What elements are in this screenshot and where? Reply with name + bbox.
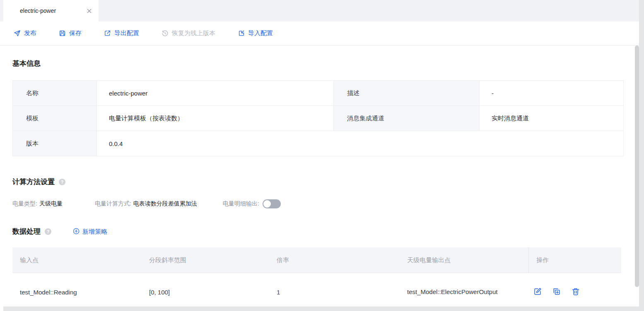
name-value: electric-power	[97, 81, 334, 106]
template-value: 电量计算模板（按表读数）	[97, 106, 334, 131]
table-row: 模板 电量计算模板（按表读数） 消息集成通道 实时消息通道	[13, 106, 624, 131]
data-processing-title: 数据处理	[12, 227, 41, 237]
tab-electric-power[interactable]: electric-power	[3, 0, 99, 22]
calc-method-value: 电表读数分段差值累加法	[133, 200, 197, 208]
table-row: test_Model::Reading [0, 100] 1 test_Mode…	[12, 273, 621, 306]
basic-info-title: 基本信息	[12, 59, 623, 69]
tab-title: electric-power	[20, 7, 56, 14]
close-icon[interactable]	[86, 8, 92, 14]
export-icon	[104, 30, 111, 37]
channel-label: 消息集成通道	[334, 106, 480, 131]
save-button[interactable]: 保存	[59, 29, 82, 37]
calc-settings-row: 电量类型: 天级电量 电量计算方式: 电表读数分段差值累加法 电量明细输出:	[12, 199, 623, 208]
version-value: 0.0.4	[97, 131, 624, 156]
plus-circle-icon	[73, 228, 80, 236]
slope-range-value: [0, 100]	[142, 289, 269, 296]
input-point-value: test_Model::Reading	[12, 289, 142, 296]
toolbar: 发布 保存 导出配置 恢复为线上版本 导入配置	[0, 22, 639, 45]
col-input-point: 输入点	[12, 256, 142, 264]
help-icon[interactable]: ?	[45, 228, 51, 235]
tab-bar: electric-power	[0, 0, 639, 22]
power-type-value: 天级电量	[39, 200, 63, 208]
detail-output-toggle[interactable]	[263, 199, 281, 208]
main-content: 基本信息 名称 electric-power 描述 - 模板 电量计算模板（按表…	[0, 45, 639, 306]
strategy-table-header: 输入点 分段斜率范围 倍率 天级电量输出点 操作	[12, 247, 621, 273]
power-type-setting: 电量类型: 天级电量	[12, 200, 63, 208]
save-label: 保存	[69, 29, 82, 37]
calc-settings-header: 计算方法设置 ?	[12, 177, 623, 187]
export-config-button[interactable]: 导出配置	[104, 29, 139, 37]
calc-method-label: 电量计算方式:	[95, 200, 131, 208]
output-point-value: test_Model::ElectricPowerOutput	[400, 286, 509, 298]
publish-button[interactable]: 发布	[14, 29, 36, 37]
restore-online-button[interactable]: 恢复为线上版本	[162, 29, 215, 37]
horizontal-scrollbar-track[interactable]	[3, 306, 639, 311]
col-actions: 操作	[528, 247, 621, 273]
detail-output-setting: 电量明细输出:	[223, 199, 281, 208]
version-label: 版本	[13, 131, 97, 156]
data-processing-header: 数据处理 ? 新增策略	[12, 227, 623, 237]
edit-button[interactable]	[533, 287, 542, 297]
description-label: 描述	[334, 81, 480, 106]
strategy-table: 输入点 分段斜率范围 倍率 天级电量输出点 操作 test_Model::Rea…	[12, 247, 621, 306]
table-row: 版本 0.0.4	[13, 131, 624, 156]
delete-button[interactable]	[572, 287, 580, 297]
power-type-label: 电量类型:	[12, 200, 37, 208]
import-config-button[interactable]: 导入配置	[238, 29, 273, 37]
template-label: 模板	[13, 106, 97, 131]
ratio-value: 1	[269, 289, 400, 296]
table-row: 名称 electric-power 描述 -	[13, 81, 624, 106]
calc-settings-title: 计算方法设置	[12, 177, 55, 187]
toggle-knob	[263, 200, 271, 208]
calc-method-setting: 电量计算方式: 电表读数分段差值累加法	[95, 200, 197, 208]
row-actions	[528, 287, 621, 297]
import-icon	[238, 30, 245, 37]
channel-value: 实时消息通道	[480, 106, 624, 131]
export-label: 导出配置	[114, 29, 139, 37]
add-strategy-button[interactable]: 新增策略	[73, 228, 107, 236]
duplicate-button[interactable]	[552, 287, 561, 297]
vertical-scrollbar-thumb[interactable]	[635, 45, 639, 287]
trash-icon	[572, 287, 580, 297]
copy-add-icon	[552, 287, 561, 297]
detail-output-label: 电量明细输出:	[223, 200, 259, 208]
publish-label: 发布	[24, 29, 36, 37]
col-slope-range: 分段斜率范围	[142, 256, 269, 264]
restore-label: 恢复为线上版本	[172, 29, 215, 37]
col-ratio: 倍率	[269, 256, 400, 264]
send-icon	[14, 30, 21, 37]
save-icon	[59, 30, 66, 37]
description-value: -	[480, 81, 624, 106]
import-label: 导入配置	[248, 29, 273, 37]
add-strategy-label: 新增策略	[82, 228, 107, 236]
col-output-point: 天级电量输出点	[400, 256, 528, 264]
window-scrollbar-track	[639, 0, 644, 311]
basic-info-table: 名称 electric-power 描述 - 模板 电量计算模板（按表读数） 消…	[12, 80, 624, 156]
help-icon[interactable]: ?	[59, 179, 65, 185]
edit-icon	[533, 287, 542, 297]
name-label: 名称	[13, 81, 97, 106]
history-icon	[162, 30, 169, 37]
